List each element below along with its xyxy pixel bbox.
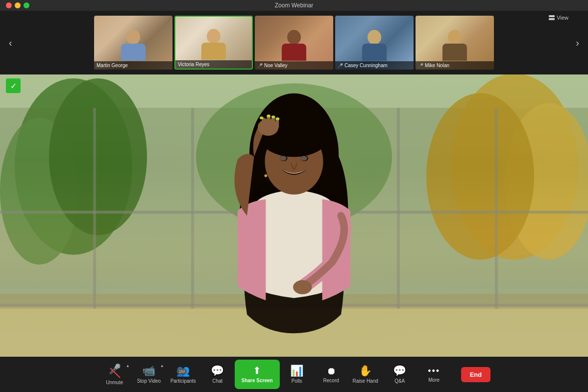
svg-point-36 <box>293 280 312 294</box>
participant-name-noe: 🎤 Noe Valley <box>255 61 333 70</box>
qa-icon: 💬 <box>393 366 406 376</box>
participants-button[interactable]: 👥 1M Participants <box>166 360 200 389</box>
polls-icon: 📊 <box>290 366 303 376</box>
svg-point-38 <box>260 116 264 119</box>
svg-point-29 <box>300 156 307 161</box>
view-button[interactable]: View <box>549 15 568 21</box>
svg-point-39 <box>267 115 270 118</box>
thumbnail-mike-nolan[interactable]: 🎤 Mike Nolan <box>416 16 494 70</box>
raise-hand-button[interactable]: ✋ Raise Hand <box>348 360 383 389</box>
qa-label: Q&A <box>394 378 405 384</box>
svg-rect-19 <box>495 108 498 309</box>
toolbar: 🎤 Unmute ▲ 📹 Stop Video ▲ 👥 1M Participa… <box>0 357 588 392</box>
svg-rect-0 <box>549 15 555 17</box>
raise-hand-icon: ✋ <box>359 366 372 376</box>
svg-rect-33 <box>271 117 275 127</box>
close-button[interactable] <box>6 2 12 8</box>
presenter-figure <box>167 89 421 357</box>
svg-rect-15 <box>93 108 96 309</box>
more-button[interactable]: ••• More <box>417 360 451 389</box>
nav-right-button[interactable]: › <box>572 33 583 52</box>
participant-name-martin: Martin George <box>94 61 172 70</box>
muted-icon-mike: 🎤 <box>418 63 423 68</box>
participants-label: Participants <box>171 378 196 384</box>
muted-icon-casey: 🎤 <box>338 63 343 68</box>
traffic-lights <box>6 2 29 8</box>
record-icon: ⏺ <box>326 366 336 376</box>
participant-name-victoria: Victoria Reyes <box>175 60 252 69</box>
share-screen-label: Share Screen <box>242 378 273 383</box>
participant-name-mike: 🎤 Mike Nolan <box>416 61 494 70</box>
svg-rect-34 <box>276 119 279 128</box>
svg-point-40 <box>271 116 275 119</box>
svg-point-28 <box>280 156 286 161</box>
thumbnails-strip: ‹ Martin George Victoria Reyes <box>0 11 588 74</box>
svg-rect-31 <box>262 118 266 128</box>
stop-video-button[interactable]: 📹 Stop Video ▲ <box>132 360 166 389</box>
thumbnail-casey-cunningham[interactable]: 🎤 Casey Cunningham <box>335 16 414 70</box>
video-chevron[interactable]: ▲ <box>160 364 164 368</box>
stop-video-label: Stop Video <box>137 378 161 384</box>
svg-rect-32 <box>267 116 270 127</box>
share-screen-icon: ⬆ <box>253 365 261 376</box>
svg-point-41 <box>276 117 280 120</box>
polls-label: Polls <box>292 378 302 384</box>
title-bar: Zoom Webinar <box>0 0 588 11</box>
svg-rect-1 <box>549 18 555 20</box>
unmute-chevron[interactable]: ▲ <box>126 364 130 368</box>
main-video-area: ✓ <box>0 74 588 357</box>
more-icon: ••• <box>428 367 440 375</box>
maximize-button[interactable] <box>24 2 29 8</box>
participant-name-casey: 🎤 Casey Cunningham <box>335 61 414 70</box>
svg-point-37 <box>265 174 268 177</box>
more-label: More <box>428 377 440 383</box>
raise-hand-label: Raise Hand <box>353 378 378 384</box>
thumbnail-noe-valley[interactable]: 🎤 Noe Valley <box>255 16 333 70</box>
share-screen-button[interactable]: ⬆ Share Screen <box>235 360 280 389</box>
record-button[interactable]: ⏺ Record <box>314 360 348 389</box>
svg-point-9 <box>426 93 534 260</box>
chat-label: Chat <box>212 378 222 384</box>
shield-badge: ✓ <box>6 78 21 93</box>
main-content: ‹ Martin George Victoria Reyes <box>0 11 588 392</box>
window-title: Zoom Webinar <box>275 2 313 9</box>
unmute-label: Unmute <box>106 380 123 385</box>
thumbnail-martin-george[interactable]: Martin George <box>94 16 172 70</box>
view-icon <box>549 15 555 20</box>
end-button[interactable]: End <box>461 367 491 382</box>
qa-button[interactable]: 💬 Q&A <box>383 360 417 389</box>
thumbnail-victoria-reyes[interactable]: Victoria Reyes <box>174 16 253 70</box>
record-label: Record <box>323 378 339 383</box>
muted-icon-noe: 🎤 <box>257 63 263 68</box>
participants-count: 1M <box>177 368 187 374</box>
chat-icon: 💬 <box>211 366 224 376</box>
video-icon: 📹 <box>142 366 155 376</box>
nav-left-button[interactable]: ‹ <box>5 33 16 52</box>
chat-button[interactable]: 💬 Chat <box>200 360 235 389</box>
polls-button[interactable]: 📊 Polls <box>280 360 314 389</box>
unmute-button[interactable]: 🎤 Unmute ▲ <box>98 360 132 389</box>
minimize-button[interactable] <box>15 2 21 8</box>
